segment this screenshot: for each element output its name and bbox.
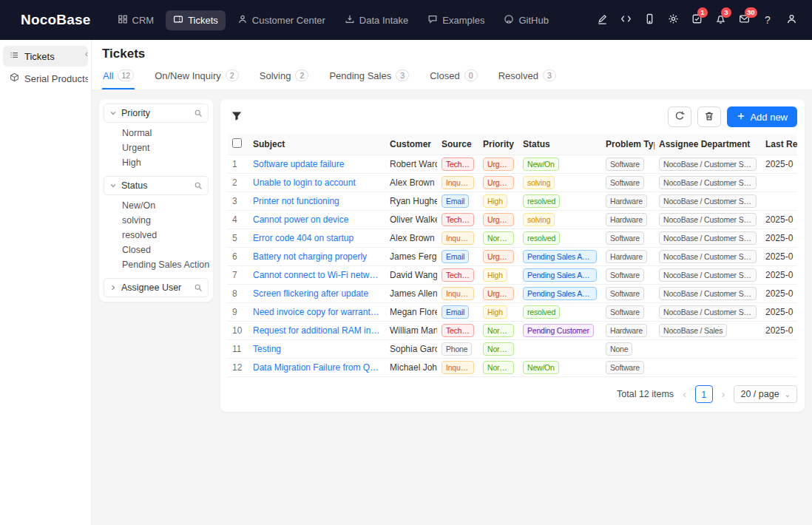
search-icon[interactable] — [194, 283, 203, 292]
user-menu-button[interactable] — [781, 10, 802, 30]
filter-toggle-button[interactable] — [228, 107, 246, 127]
table-row[interactable]: 7 Cannot connect to Wi-Fi networks David… — [228, 266, 797, 285]
tab-closed[interactable]: Closed0 — [429, 67, 478, 89]
source-tag: Tech Form — [441, 213, 474, 226]
table-scroll-area[interactable]: Subject Customer Source Priority Status … — [228, 134, 797, 377]
filter-section-priority: Priority Normal Urgent High — [104, 104, 209, 170]
table-row[interactable]: 4 Cannot power on device Oliver Walker T… — [228, 211, 797, 229]
subject-link[interactable]: Error code 404 on startup — [253, 233, 381, 243]
filter-section-priority-header[interactable]: Priority — [104, 104, 209, 123]
filter-option-normal[interactable]: Normal — [122, 126, 209, 140]
customer-name: Megan Flores — [390, 307, 437, 317]
refresh-button[interactable] — [668, 106, 691, 127]
filter-option-closed[interactable]: Closed — [122, 243, 209, 257]
customer-name: Ryan Hughes — [390, 196, 437, 206]
filter-section-assignee-user-header[interactable]: Assignee User — [104, 278, 209, 297]
notifications-button[interactable]: 3 — [710, 10, 731, 30]
subject-link[interactable]: Data Migration Failure from QuickBooks t… — [253, 362, 381, 373]
table-row[interactable]: 10 Request for additional RAM installati… — [228, 322, 797, 340]
filter-option-pending-sales-action[interactable]: Pending Sales Action — [122, 257, 209, 272]
tab-all[interactable]: All12 — [102, 67, 135, 89]
filter-option-resolved[interactable]: resolved — [122, 228, 209, 243]
row-index: 9 — [232, 307, 237, 317]
ticket-icon — [173, 14, 183, 27]
table-row[interactable]: 12 Data Migration Failure from QuickBook… — [228, 359, 797, 377]
status-tag: resolved — [523, 231, 560, 245]
table-row[interactable]: 1 Software update failure Robert Ward Te… — [228, 155, 797, 174]
download-tray-icon — [345, 14, 355, 27]
chevron-right-icon — [109, 284, 117, 291]
subject-link[interactable]: Cannot power on device — [253, 214, 381, 225]
last-reply-time: 2025-0 — [765, 159, 793, 169]
col-subject-header: Subject — [248, 134, 385, 155]
filter-section-label: Priority — [121, 108, 189, 118]
table-row[interactable]: 6 Battery not charging properly James Fe… — [228, 248, 797, 266]
help-button[interactable]: ? — [757, 10, 778, 30]
tasks-button[interactable]: 1 — [686, 10, 707, 30]
customer-name: Robert Ward — [390, 159, 437, 169]
subject-link[interactable]: Screen flickering after update — [253, 288, 381, 299]
prev-page-button[interactable]: ‹ — [681, 388, 688, 400]
next-page-button[interactable]: › — [720, 388, 727, 400]
subject-link[interactable]: Battery not charging properly — [253, 251, 381, 262]
messages-button[interactable]: 30 — [734, 10, 754, 30]
priority-tag: Urgent — [483, 158, 514, 171]
row-index: 3 — [232, 196, 237, 206]
department-tag: NocoBase / Customer Service — [659, 194, 757, 208]
search-icon[interactable] — [194, 181, 203, 190]
sidebar-item-serial-products[interactable]: Serial Products — [3, 68, 88, 89]
delete-button[interactable] — [697, 106, 721, 127]
table-row[interactable]: 3 Printer not functioning Ryan Hughes Em… — [228, 192, 797, 211]
subject-link[interactable]: Printer not functioning — [253, 196, 381, 206]
nav-item-data-intake[interactable]: Data Intake — [337, 10, 416, 30]
filter-option-new-on[interactable]: New/On — [122, 198, 209, 213]
priority-tag: High — [483, 194, 507, 208]
subject-link[interactable]: Unable to login to account — [253, 177, 381, 188]
tab-solving[interactable]: Solving2 — [259, 67, 310, 89]
subject-link[interactable]: Software update failure — [253, 159, 381, 169]
table-row[interactable]: 2 Unable to login to account Alex Brown … — [228, 174, 797, 192]
filter-option-high[interactable]: High — [122, 155, 209, 170]
page-number-button[interactable]: 1 — [695, 385, 713, 403]
table-row[interactable]: 5 Error code 404 on startup Alex Brown I… — [228, 229, 797, 248]
tab-resolved[interactable]: Resolved3 — [498, 67, 557, 89]
page-size-select[interactable]: 20 / page ⌄ — [734, 385, 797, 403]
nav-item-crm[interactable]: CRM — [110, 10, 162, 30]
nav-item-tickets[interactable]: Tickets — [166, 10, 226, 30]
tab-pending-sales[interactable]: Pending Sales3 — [328, 67, 410, 89]
ui-editor-button[interactable] — [592, 10, 612, 30]
tab-on-new-inquiry[interactable]: On/New Inquiry2 — [154, 67, 240, 89]
table-row[interactable]: 8 Screen flickering after update James A… — [228, 285, 797, 303]
search-icon[interactable] — [194, 109, 203, 118]
source-tag: Tech Form — [441, 268, 474, 282]
subject-link[interactable]: Cannot connect to Wi-Fi networks — [253, 270, 381, 280]
table-row[interactable]: 11 Testing Sophia Garcia Phone Normal No… — [228, 340, 797, 359]
status-tag: resolved — [523, 194, 560, 208]
nav-item-examples[interactable]: Examples — [420, 10, 492, 30]
problem-type-tag: Software — [606, 158, 644, 171]
source-tag: Email — [441, 194, 469, 208]
filter-section-status-header[interactable]: Status — [104, 176, 209, 195]
problem-type-tag: Software — [606, 231, 644, 245]
filter-option-solving[interactable]: solving — [122, 213, 209, 228]
mobile-icon — [644, 13, 655, 27]
nav-item-customer-center[interactable]: Customer Center — [230, 10, 333, 30]
subject-link[interactable]: Request for additional RAM installation — [253, 325, 381, 336]
mobile-client-button[interactable] — [639, 10, 660, 30]
sidebar-collapse-button[interactable]: ‹ — [81, 47, 92, 61]
tab-count-badge: 3 — [543, 70, 556, 81]
subject-link[interactable]: Need invoice copy for warranty claim — [253, 307, 381, 317]
nav-item-github[interactable]: GitHub — [496, 10, 555, 30]
table-row[interactable]: 9 Need invoice copy for warranty claim M… — [228, 303, 797, 322]
plugin-settings-button[interactable] — [663, 10, 683, 30]
subject-link[interactable]: Testing — [253, 344, 381, 354]
api-button[interactable] — [615, 10, 636, 30]
sidebar-item-tickets[interactable]: Tickets — [3, 46, 88, 67]
select-all-checkbox[interactable] — [232, 138, 242, 148]
nav-label: Tickets — [188, 15, 218, 26]
app-logo[interactable]: NocoBase — [21, 12, 91, 28]
row-index: 1 — [232, 159, 237, 169]
filter-option-urgent[interactable]: Urgent — [122, 140, 209, 155]
tab-count-badge: 2 — [226, 70, 239, 81]
add-new-button[interactable]: Add new — [727, 106, 797, 127]
